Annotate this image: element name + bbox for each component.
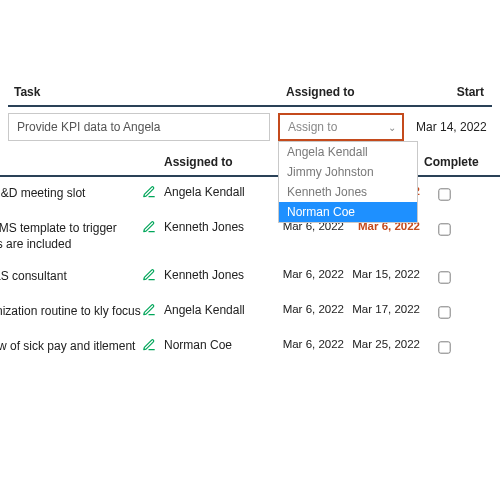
table-header-assigned: Assigned to (164, 155, 274, 169)
completed-cell (424, 185, 464, 204)
pencil-icon (142, 185, 156, 199)
completed-cell (424, 303, 464, 322)
edit-button[interactable] (142, 185, 164, 202)
table-row: review of sick pay and itlementNorman Co… (0, 330, 500, 365)
start-date-cell: Mar 6, 2022 (274, 268, 344, 280)
completed-checkbox[interactable] (438, 342, 450, 354)
header-start-label: Start (416, 85, 486, 99)
table-row: w H&S consultantKenneth JonesMar 6, 2022… (0, 260, 500, 295)
chevron-down-icon: ⌄ (388, 122, 396, 133)
edit-button[interactable] (142, 303, 164, 320)
completed-cell (424, 268, 464, 287)
task-cell: w H&S consultant (0, 268, 142, 284)
completed-cell (424, 220, 464, 239)
assign-to-dropdown[interactable]: Assign to ⌄ (278, 113, 404, 141)
header-assigned-label: Assigned to (286, 85, 416, 99)
assignee-cell: Kenneth Jones (164, 220, 274, 234)
pencil-icon (142, 268, 156, 282)
table-row: the R&D meeting slotAngela Kendall, 2022 (0, 177, 500, 212)
start-date-cell: Mar 6, 2022 (274, 338, 344, 350)
dropdown-option[interactable]: Angela Kendall (279, 142, 417, 162)
completed-checkbox[interactable] (438, 307, 450, 319)
table-row: e RAMS template to trigger levels are in… (0, 212, 500, 260)
dropdown-option[interactable]: Kenneth Jones (279, 182, 417, 202)
assignee-cell: Angela Kendall (164, 185, 274, 199)
edit-button[interactable] (142, 268, 164, 285)
assignee-cell: Norman Coe (164, 338, 274, 352)
edit-button[interactable] (142, 220, 164, 237)
due-date-cell: Mar 17, 2022 (344, 303, 424, 315)
start-date-cell: Mar 6, 2022 (274, 303, 344, 315)
header-task-label: Task (14, 85, 286, 99)
completed-checkbox[interactable] (438, 272, 450, 284)
assignee-cell: Kenneth Jones (164, 268, 274, 282)
dropdown-option[interactable]: Norman Coe (279, 202, 417, 222)
task-cell: the R&D meeting slot (0, 185, 142, 201)
new-task-input-row: Assign to ⌄ Mar 14, 2022 Angela KendallJ… (0, 107, 500, 149)
input-header-row: Task Assigned to Start (0, 85, 500, 105)
assign-to-dropdown-panel: Angela KendallJimmy JohnstonKenneth Jone… (278, 141, 418, 223)
task-cell: review of sick pay and itlement (0, 338, 142, 354)
pencil-icon (142, 220, 156, 234)
dropdown-option[interactable]: Jimmy Johnston (279, 162, 417, 182)
edit-button[interactable] (142, 338, 164, 355)
task-cell: organization routine to kly focus (0, 303, 142, 319)
completed-checkbox[interactable] (438, 223, 450, 235)
due-date-cell: Mar 25, 2022 (344, 338, 424, 350)
completed-checkbox[interactable] (438, 188, 450, 200)
assignee-cell: Angela Kendall (164, 303, 274, 317)
task-name-input[interactable] (8, 113, 270, 141)
due-date-cell: Mar 15, 2022 (344, 268, 424, 280)
start-date-value: Mar 14, 2022 (412, 120, 492, 134)
table-header-completed: Complete (424, 155, 479, 169)
table-row: organization routine to kly focusAngela … (0, 295, 500, 330)
pencil-icon (142, 338, 156, 352)
completed-cell (424, 338, 464, 357)
assign-to-placeholder: Assign to (288, 120, 337, 134)
task-cell: e RAMS template to trigger levels are in… (0, 220, 142, 252)
table-header-row: Assigned to ue Complete (0, 149, 500, 177)
pencil-icon (142, 303, 156, 317)
